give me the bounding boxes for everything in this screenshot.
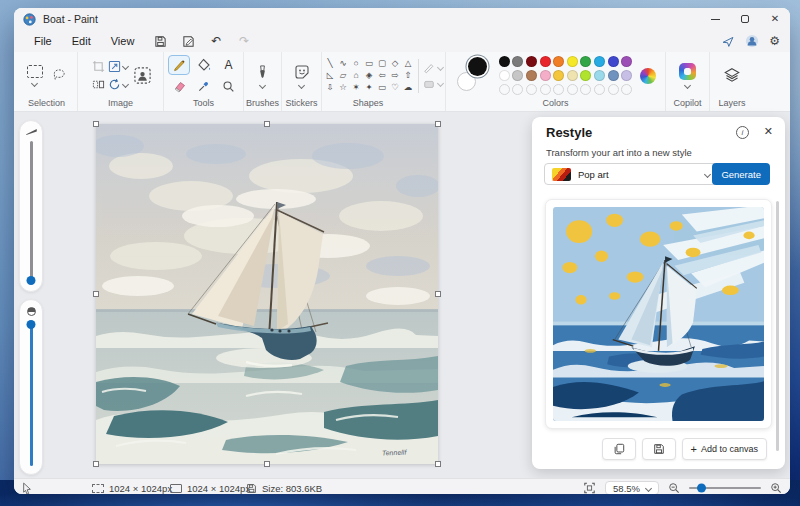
selection-handle[interactable] <box>264 121 270 127</box>
crop-icon[interactable] <box>92 60 105 73</box>
shape-icon[interactable]: ✶ <box>350 82 362 93</box>
color-swatch[interactable] <box>608 84 619 95</box>
add-to-canvas-button[interactable]: + Add to canvas <box>682 438 767 460</box>
zoom-slider[interactable] <box>689 487 761 489</box>
color-swatch[interactable] <box>526 56 537 67</box>
shape-icon[interactable]: ○ <box>350 58 362 69</box>
thickness-track[interactable] <box>30 141 33 283</box>
color-swatch[interactable] <box>594 84 605 95</box>
fill-tool[interactable] <box>193 55 215 75</box>
info-button[interactable]: i <box>736 126 749 139</box>
magnifier-tool[interactable] <box>218 77 240 97</box>
color-swatch[interactable] <box>540 70 551 81</box>
panel-scrollbar[interactable] <box>776 201 779 451</box>
settings-gear-icon[interactable]: ⚙ <box>769 34 780 48</box>
selection-handle[interactable] <box>435 291 441 297</box>
rotate-icon[interactable] <box>108 78 121 91</box>
rect-select-icon[interactable] <box>27 65 43 78</box>
shape-icon[interactable]: ∿ <box>337 58 349 69</box>
shape-fill-button[interactable] <box>423 78 443 90</box>
menu-file[interactable]: File <box>24 33 62 49</box>
zoom-level-dropdown[interactable]: 58.5% <box>605 481 659 494</box>
color-swatch[interactable] <box>580 56 591 67</box>
account-avatar[interactable] <box>745 34 759 48</box>
color-swatch[interactable] <box>553 56 564 67</box>
shape-icon[interactable]: ✦ <box>363 82 375 93</box>
rotate-chevron-icon[interactable] <box>122 81 129 88</box>
edit-colors-icon[interactable] <box>640 68 656 84</box>
resize-chevron-icon[interactable] <box>122 63 129 70</box>
eyedropper-tool[interactable] <box>193 77 215 97</box>
shape-icon[interactable]: ⇩ <box>324 82 336 93</box>
shape-icon[interactable]: ╲ <box>324 58 336 69</box>
color-swatch[interactable] <box>580 70 591 81</box>
color-swatch[interactable] <box>540 56 551 67</box>
generate-button[interactable]: Generate <box>712 163 770 185</box>
color-swatch[interactable] <box>512 70 523 81</box>
save-result-button[interactable] <box>642 438 676 460</box>
selection-dropdown-chevron-icon[interactable] <box>31 80 38 87</box>
thickness-thumb[interactable] <box>27 276 36 285</box>
shape-icon[interactable]: ⇨ <box>389 70 401 81</box>
zoom-slider-thumb[interactable] <box>697 484 706 493</box>
redo-button[interactable]: ↷ <box>232 33 256 50</box>
shape-icon[interactable]: △ <box>402 58 414 69</box>
color-swatch[interactable] <box>512 56 523 67</box>
color-swatch[interactable] <box>512 84 523 95</box>
eraser-tool[interactable] <box>168 77 190 97</box>
copy-result-button[interactable] <box>602 438 636 460</box>
maximize-button[interactable] <box>730 8 760 30</box>
color-swatch[interactable] <box>526 70 537 81</box>
boat-painting[interactable] <box>96 124 438 464</box>
copilot-chevron-icon[interactable] <box>684 82 691 89</box>
opacity-thumb[interactable] <box>27 320 36 329</box>
color-swatch[interactable] <box>594 56 605 67</box>
shape-icon[interactable]: ⇧ <box>402 70 414 81</box>
save-as-button[interactable] <box>176 33 200 50</box>
color-swatch[interactable] <box>567 56 578 67</box>
color-swatch[interactable] <box>553 84 564 95</box>
selection-handle[interactable] <box>264 461 270 467</box>
shape-icon[interactable]: ▱ <box>337 70 349 81</box>
color-swatch[interactable] <box>608 70 619 81</box>
shape-icon[interactable]: ☁ <box>402 82 414 93</box>
free-select-icon[interactable] <box>51 68 67 83</box>
fit-to-screen-icon[interactable] <box>583 482 596 494</box>
shape-icon[interactable]: ◇ <box>389 58 401 69</box>
shape-icon[interactable]: ▭ <box>376 82 388 93</box>
background-removal-icon[interactable] <box>133 66 152 85</box>
zoom-in-icon[interactable] <box>770 482 782 494</box>
color-swatch[interactable] <box>499 70 510 81</box>
color-swatch[interactable] <box>621 70 632 81</box>
copilot-icon[interactable] <box>679 63 696 80</box>
color-swatch[interactable] <box>553 70 564 81</box>
selection-handle[interactable] <box>435 461 441 467</box>
opacity-track[interactable] <box>30 322 33 466</box>
color-swatch[interactable] <box>567 70 578 81</box>
pencil-tool[interactable] <box>168 55 190 75</box>
color-swatch[interactable] <box>594 70 605 81</box>
undo-button[interactable]: ↶ <box>204 33 228 50</box>
minimize-button[interactable] <box>700 8 730 30</box>
layers-icon[interactable] <box>723 67 741 84</box>
stickers-chevron-icon[interactable] <box>298 81 305 88</box>
style-dropdown[interactable]: Pop art <box>544 163 718 185</box>
canvas[interactable]: Tennellf <box>96 124 438 464</box>
titlebar[interactable]: Boat - Paint ✕ <box>14 8 790 30</box>
shape-outline-button[interactable] <box>423 62 443 74</box>
color-1-swatch[interactable] <box>468 57 487 76</box>
thickness-slider[interactable] <box>19 120 43 292</box>
text-tool[interactable]: A <box>218 55 240 75</box>
shape-icon[interactable]: ♡ <box>389 82 401 93</box>
restyle-close-button[interactable]: ✕ <box>764 125 773 138</box>
shape-icon[interactable]: ⇦ <box>376 70 388 81</box>
menu-view[interactable]: View <box>101 33 145 49</box>
color-swatch[interactable] <box>567 84 578 95</box>
selection-handle[interactable] <box>93 121 99 127</box>
shape-icon[interactable]: ◈ <box>363 70 375 81</box>
shape-icon[interactable]: ☆ <box>337 82 349 93</box>
color-swatch[interactable] <box>540 84 551 95</box>
brush-icon[interactable] <box>255 64 270 80</box>
opacity-slider[interactable] <box>19 299 43 475</box>
color-swatch[interactable] <box>526 84 537 95</box>
